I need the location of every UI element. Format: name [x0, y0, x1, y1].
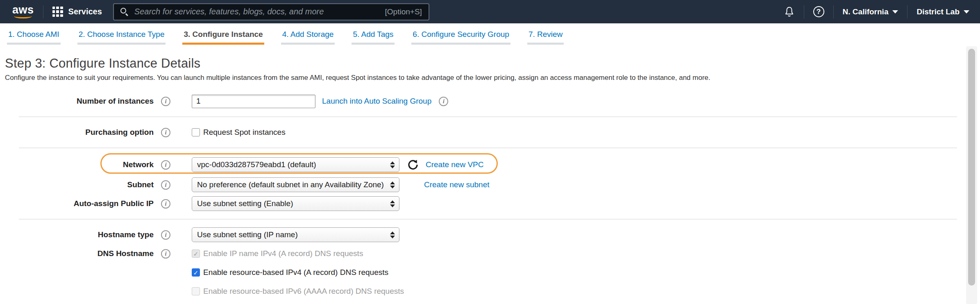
divider — [19, 219, 957, 220]
tab-configure-instance[interactable]: 3. Configure Instance — [182, 30, 264, 45]
header-divider — [833, 5, 834, 18]
top-navigation-bar: aws Services [Option+S] ? N. California … — [0, 0, 980, 23]
region-selector[interactable]: N. California — [843, 7, 898, 16]
divider — [19, 116, 957, 117]
select-arrows-icon — [390, 231, 395, 238]
subnet-label: Subnet — [0, 180, 154, 189]
enable-resource-based-ipv6-label: Enable resource-based IPv6 (AAAA record)… — [203, 287, 404, 296]
auto-assign-public-ip-label: Auto-assign Public IP — [0, 199, 154, 208]
select-arrows-icon — [390, 200, 395, 207]
help-icon[interactable]: ? — [813, 6, 824, 17]
row-purchasing-option: Purchasing option i Request Spot instanc… — [0, 123, 980, 142]
tab-choose-instance-type[interactable]: 2. Choose Instance Type — [77, 30, 166, 45]
notifications-bell-icon[interactable] — [784, 6, 795, 18]
auto-assign-public-ip-select[interactable]: Use subnet setting (Enable) — [192, 196, 399, 211]
tab-choose-ami[interactable]: 1. Choose AMI — [7, 30, 61, 45]
subnet-select[interactable]: No preference (default subnet in any Ava… — [192, 177, 399, 192]
tab-add-storage[interactable]: 4. Add Storage — [281, 30, 335, 45]
row-network: Network i vpc-0d033d287579eabd1 (default… — [0, 154, 980, 175]
configure-instance-form: Number of instances i Launch into Auto S… — [0, 92, 980, 301]
enable-ip-name-ipv4-checkbox: ✓ — [192, 250, 200, 258]
services-grid-icon — [52, 7, 63, 17]
number-of-instances-input[interactable] — [192, 95, 315, 108]
hostname-type-label: Hostname type — [0, 230, 154, 239]
info-icon[interactable]: i — [161, 180, 170, 190]
scrollbar-thumb[interactable] — [968, 49, 975, 286]
row-auto-assign-public-ip: Auto-assign Public IP i Use subnet setti… — [0, 194, 980, 213]
info-icon[interactable]: i — [161, 97, 170, 106]
create-new-vpc-link[interactable]: Create new VPC — [426, 160, 484, 169]
select-arrows-icon — [390, 181, 395, 188]
enable-resource-based-ipv4-checkbox[interactable]: ✓ — [192, 268, 200, 277]
services-label: Services — [68, 7, 102, 16]
search-icon — [120, 8, 129, 16]
info-icon[interactable]: i — [161, 249, 170, 259]
launch-into-auto-scaling-group-link[interactable]: Launch into Auto Scaling Group — [322, 97, 431, 106]
account-label: District Lab — [916, 7, 960, 16]
info-icon[interactable]: i — [161, 128, 170, 137]
row-dns-resource-ipv4: i ✓ Enable resource-based IPv4 (A record… — [0, 263, 980, 282]
search-shortcut: [Option+S] — [385, 7, 422, 16]
header-divider — [43, 5, 43, 18]
scrollbar-track[interactable] — [966, 46, 977, 304]
network-select[interactable]: vpc-0d033d287579eabd1 (default) — [192, 157, 399, 172]
enable-resource-based-ipv4-label: Enable resource-based IPv4 (A record) DN… — [203, 268, 388, 277]
services-menu[interactable]: Services — [52, 7, 102, 17]
select-arrows-icon — [390, 161, 395, 168]
account-menu[interactable]: District Lab — [916, 7, 969, 16]
wizard-step-tabs: 1. Choose AMI 2. Choose Instance Type 3.… — [0, 23, 980, 46]
refresh-icon[interactable] — [407, 159, 419, 171]
row-dns-resource-ipv6: i Enable resource-based IPv6 (AAAA recor… — [0, 282, 980, 301]
request-spot-instances-label: Request Spot instances — [203, 128, 286, 137]
global-search[interactable]: [Option+S] — [113, 3, 429, 20]
info-icon[interactable]: i — [161, 199, 170, 209]
aws-logo[interactable]: aws — [12, 5, 34, 19]
number-of-instances-label: Number of instances — [0, 97, 154, 106]
enable-resource-based-ipv6-checkbox — [192, 287, 200, 295]
row-hostname-type: Hostname type i Use subnet setting (IP n… — [0, 225, 980, 244]
request-spot-instances-checkbox[interactable] — [192, 128, 200, 136]
create-new-subnet-link[interactable]: Create new subnet — [424, 180, 490, 189]
tab-configure-security-group[interactable]: 6. Configure Security Group — [411, 30, 510, 45]
row-dns-hostname: DNS Hostname i ✓ Enable IP name IPv4 (A … — [0, 244, 980, 263]
enable-ip-name-ipv4-label: Enable IP name IPv4 (A record) DNS reque… — [203, 249, 363, 258]
row-subnet: Subnet i No preference (default subnet i… — [0, 175, 980, 194]
chevron-down-icon — [892, 10, 898, 14]
dns-hostname-label: DNS Hostname — [0, 249, 154, 258]
chevron-down-icon — [964, 10, 969, 14]
page-title: Step 3: Configure Instance Details — [5, 56, 964, 71]
purchasing-option-label: Purchasing option — [0, 128, 154, 137]
search-input[interactable] — [134, 7, 380, 16]
info-icon[interactable]: i — [439, 97, 448, 106]
tab-review[interactable]: 7. Review — [527, 30, 564, 45]
info-icon[interactable]: i — [161, 160, 170, 170]
page-subtitle: Configure the instance to suit your requ… — [5, 74, 964, 82]
header-divider — [907, 5, 907, 18]
region-label: N. California — [843, 7, 889, 16]
aws-smile-icon — [14, 14, 32, 18]
network-label: Network — [0, 160, 154, 169]
info-icon[interactable]: i — [161, 230, 170, 240]
hostname-type-select[interactable]: Use subnet setting (IP name) — [192, 227, 399, 242]
divider — [19, 147, 957, 148]
header-divider — [804, 5, 804, 18]
tab-add-tags[interactable]: 5. Add Tags — [352, 30, 395, 45]
row-number-of-instances: Number of instances i Launch into Auto S… — [0, 92, 980, 111]
